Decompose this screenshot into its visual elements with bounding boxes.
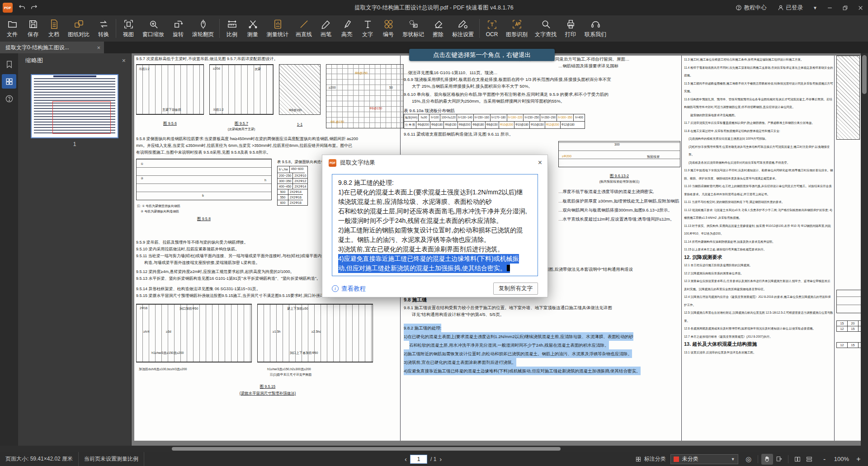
- text-button[interactable]: 文字: [357, 16, 378, 41]
- doc-line: …板底筋保护层厚度 ≥30mm,如埋管线处无上层钢筋,应附加钢筋网,: [558, 198, 679, 204]
- scroll-page-button[interactable]: 滚轮翻页: [189, 16, 217, 41]
- prev-page-button[interactable]: ‹: [405, 455, 407, 463]
- app-logo-icon: PDF: [3, 3, 13, 13]
- table-cell: Φ12@200: [545, 122, 561, 128]
- view-tutorial-link[interactable]: i 查看教程: [332, 285, 366, 293]
- shape-mark-button[interactable]: 形状标记: [399, 16, 428, 41]
- window-zoom-button[interactable]: 窗口缩放: [139, 16, 168, 41]
- doc-line: 9.8.2 施工缝的处理:: [404, 324, 441, 332]
- annotation-category-dropdown[interactable]: 未分类 ▼: [670, 454, 738, 464]
- print-button[interactable]: 打印: [560, 16, 581, 41]
- figure: 300≥Φ200预留线管图 9.6.13-2(板内预留线管处理加强做法): [558, 141, 680, 184]
- page-jump-tool-button[interactable]: [773, 454, 785, 465]
- highlight-button[interactable]: 高亮: [336, 16, 357, 41]
- figure-label: h1≥hw/3且≥150,h2≥300且≤200: [267, 367, 311, 372]
- table-cell: Φ10@200: [499, 122, 514, 128]
- file-button[interactable]: 文件: [2, 16, 23, 41]
- shape-mark-icon: [408, 19, 419, 29]
- page-total-label: / 1: [430, 456, 436, 462]
- column-view-button[interactable]: [792, 454, 803, 465]
- help-button[interactable]: [2, 91, 16, 106]
- bookmarks-button[interactable]: [2, 57, 16, 71]
- stats-icon: [273, 19, 283, 29]
- dropdown-caret-icon: ▼: [731, 457, 735, 461]
- extracted-text-area[interactable]: 9.8.2 施工缝的处理:1)在已硬化的混凝土表面上(要求混凝土强度达到1.2N…: [332, 174, 538, 276]
- view-button[interactable]: 视图: [118, 16, 139, 41]
- copy-all-text-button[interactable]: 复制所有文字: [493, 282, 538, 295]
- text-search-button[interactable]: 文字查找: [531, 16, 560, 41]
- doc-line: …做法详见图集16 G101-1第110、111页。现浇…: [404, 69, 679, 76]
- table: 152025121520: [836, 320, 861, 332]
- measure-stats-button[interactable]: 测量统计: [263, 16, 292, 41]
- list-view-button[interactable]: [803, 454, 815, 465]
- restore-button[interactable]: [837, 0, 853, 15]
- dialog-titlebar[interactable]: PDF 提取文字结果 ×: [322, 155, 547, 170]
- table-cell: 15: [848, 343, 859, 348]
- table-cell: h=100: [429, 114, 440, 122]
- zoom-out-button[interactable]: -: [821, 455, 828, 463]
- numbering-button[interactable]: 编号: [378, 16, 399, 41]
- annotation-settings-button[interactable]: 标注设置: [448, 16, 477, 41]
- scale-button[interactable]: 比例: [222, 16, 242, 41]
- page-thumbnail[interactable]: [31, 74, 118, 138]
- horizontal-scroll-thumb[interactable]: [172, 447, 561, 451]
- page-number-input[interactable]: [410, 455, 427, 464]
- document-tab[interactable]: 提取文字0-结构施工图设... ×: [0, 42, 104, 53]
- ocr-icon: [487, 19, 497, 30]
- erase-button[interactable]: 擦除: [428, 16, 448, 41]
- help-center-button[interactable]: 教程中心: [730, 0, 772, 15]
- vertical-scrollbar[interactable]: [861, 53, 868, 446]
- redo-icon[interactable]: [28, 2, 40, 14]
- ocr-button[interactable]: OCR: [481, 16, 502, 41]
- shape-recognition-button[interactable]: 图形识别: [502, 16, 531, 41]
- thumbnails-button[interactable]: [2, 74, 16, 89]
- draw-line-button[interactable]: 画直线: [292, 16, 316, 41]
- drawing-compare-button[interactable]: 图纸对比: [64, 16, 93, 41]
- undo-icon[interactable]: [16, 2, 28, 14]
- contact-us-button[interactable]: 联系我们: [581, 16, 610, 41]
- tab-close-icon[interactable]: ×: [97, 44, 100, 51]
- figure-label: b: [202, 194, 204, 197]
- account-button[interactable]: 已登录: [772, 0, 809, 15]
- zoom-window-icon: [148, 19, 159, 29]
- doc-table-block: 121520: [836, 340, 861, 348]
- list-view-icon: [806, 456, 813, 463]
- menu-caret-icon[interactable]: ▼: [808, 5, 822, 10]
- doc-table-block: 板厚(mm)h≤90h=100100<h≤120h=130~140h=150~1…: [404, 114, 679, 129]
- doc-line: …钢筋锚固及搭接要求详见国标: [558, 62, 679, 69]
- measure-button[interactable]: 测量: [242, 16, 263, 41]
- close-button[interactable]: [853, 0, 868, 15]
- pdf-logo-icon: PDF: [329, 159, 336, 167]
- panel-close-icon[interactable]: ×: [122, 57, 126, 64]
- extracted-text-line: 动,但应对施工缝处新浇筑的混凝土加强振捣,使其结合密实。: [338, 264, 510, 273]
- table-row: 板厚(mm)h≤90h=100100<h≤120h=130~140h=150~1…: [404, 114, 585, 122]
- dialog-close-icon[interactable]: ×: [538, 159, 542, 167]
- doc-gap: [836, 332, 861, 340]
- doc-line: (3)底板及各层后浇带两侧构件在后浇带封闭前应采取可靠支撑措施,不得悬空。: [689, 159, 833, 167]
- save-button[interactable]: 保存: [23, 16, 43, 41]
- pen-button[interactable]: 画笔: [316, 16, 336, 41]
- zoom-controls: - 100% +: [815, 455, 868, 463]
- vertical-scroll-thumb[interactable]: [862, 55, 867, 94]
- table-cell: h=230~250: [524, 114, 540, 122]
- zoom-in-button[interactable]: +: [855, 455, 862, 463]
- headset-icon: [590, 19, 601, 29]
- doc-line: 3)浇筑前,宜在已硬化的混凝土表面涂刷界面剂后进行浇筑。: [404, 358, 516, 367]
- convert-button[interactable]: 转换: [93, 16, 114, 41]
- minimize-button[interactable]: [822, 0, 837, 15]
- annotation-category-button[interactable]: 标注分类: [635, 455, 666, 463]
- figure-label: h1≥hw/3且≥150且≤200: [151, 351, 184, 355]
- document-icon: [49, 19, 59, 29]
- rotate-button[interactable]: 旋转: [168, 16, 189, 41]
- figure-label: 50: [389, 86, 393, 89]
- horizontal-scrollbar[interactable]: [0, 446, 868, 452]
- next-page-button[interactable]: ›: [439, 455, 442, 463]
- table-cell: 2X2Φ14: [288, 189, 303, 195]
- figure-drawing: [136, 159, 272, 200]
- target-tool-button[interactable]: ◎: [743, 454, 755, 465]
- doc-line: 9.5.8 梁侧面纵向构造钢筋和拉筋要求:当梁腹板高度 hw≥450mm时在梁的…: [136, 136, 399, 142]
- hand-tool-button[interactable]: [761, 454, 773, 465]
- document-button[interactable]: 文档: [43, 16, 64, 41]
- figure-label: 吊筋1:2: [213, 108, 224, 112]
- grid-icon: [5, 77, 14, 86]
